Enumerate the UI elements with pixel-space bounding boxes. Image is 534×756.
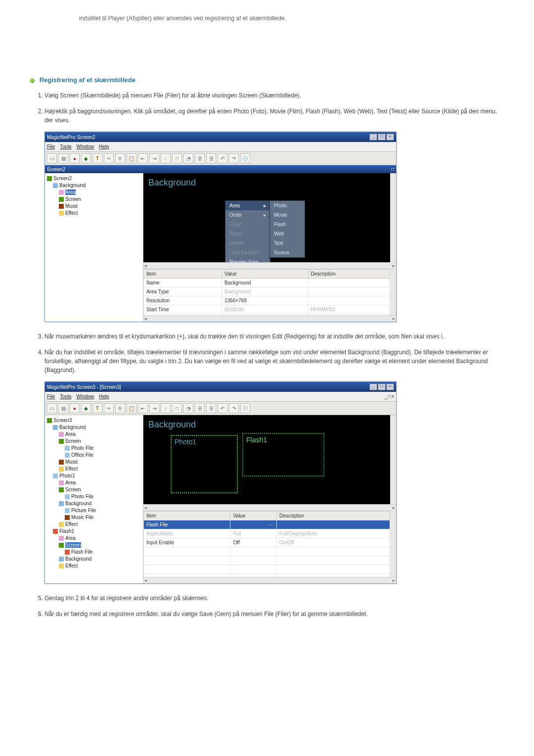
screen-icon [59,439,64,444]
col-desc: Description [276,512,390,520]
toolbar-icon[interactable]: ↶ [218,403,227,413]
ctx-item-copy: Copy [225,220,270,229]
properties-table: Item Value Description NameBackground Ar… [143,269,396,315]
ctx-sub-movie[interactable]: Movie [270,210,305,220]
toolbar-icon[interactable]: 📋 [127,403,136,413]
section-heading: Registrering af et skærmbillede [30,76,504,84]
toolbar-icon[interactable]: ☰ [195,403,205,413]
preview-bg-label: Background [148,176,196,189]
h-scrollbar[interactable] [143,315,396,322]
mdi-close-button[interactable]: × [391,393,394,400]
toolbar-icon[interactable]: T [92,153,102,163]
ctx-sub-web[interactable]: Web [270,229,305,238]
menu-file[interactable]: File [47,393,55,400]
step-6: Når du er færdig med at registrere områd… [44,610,504,618]
music-icon [65,515,70,520]
background-icon [59,557,64,562]
toolbar-icon[interactable]: 📋 [127,153,136,163]
ctx-sub-source[interactable]: Source [270,248,305,257]
toolbar-icon[interactable]: ⇤ [138,403,148,413]
ctx-sub-text[interactable]: Text [270,238,305,248]
area-icon [59,536,64,541]
toolbar-icon[interactable]: ☰ [195,153,205,163]
menu-tools[interactable]: Tools [60,393,71,400]
preview-slot-flash[interactable]: Flash1 [242,433,324,476]
mdi-minimize-button[interactable]: _ [385,393,388,400]
toolbar-icon[interactable]: ⇤ [138,153,148,163]
background-icon [59,501,64,506]
tree-node-screen[interactable]: Screen [65,542,81,548]
col-value: Value [222,270,308,279]
mdi-max-button[interactable]: □ [388,393,391,400]
toolbar-icon[interactable]: ☰ [206,403,216,413]
tree-view[interactable]: Screen2 Background Area Screen Music Eff… [45,173,143,322]
toolbar-icon[interactable]: ✂ [104,403,114,413]
menu-window[interactable]: Window [76,143,94,150]
area-icon [59,432,64,437]
col-value: Value [230,512,277,520]
screen-icon [59,543,64,548]
toolbar-icon[interactable]: □ [172,153,182,163]
close-button[interactable]: × [386,134,394,141]
ctx-item-paste: Paste [225,229,270,238]
toolbar-icon[interactable]: ⇥ [149,403,159,413]
toolbar-icon[interactable]: T [92,403,102,413]
toolbar-icon[interactable]: ● [70,403,80,413]
toolbar-icon[interactable]: ⎘ [115,153,125,163]
step-4: Når du har indstillet et område, tilføje… [44,348,504,584]
music-icon [59,460,64,465]
toolbar-icon[interactable]: ↕ [161,403,171,413]
toolbar-icon[interactable]: ▤ [58,403,68,413]
toolbar-icon[interactable]: ⎘ [115,403,125,413]
preview-area[interactable]: Background Photo1 Flash1 [143,415,396,504]
toolbar-icon[interactable]: ⓘ [240,153,250,163]
toolbar-icon[interactable]: ◆ [81,153,91,163]
toolbar-icon[interactable]: ↷ [229,153,239,163]
toolbar-icon[interactable]: ☰ [206,153,216,163]
toolbar-icon[interactable]: ✂ [104,153,114,163]
toolbar-icon[interactable]: ↷ [229,403,239,413]
menu-tools[interactable]: Tools [60,143,71,150]
step-3: Når musemarkøren ændres til et krydsmark… [44,332,504,341]
minimize-button[interactable]: _ [369,134,377,141]
mdi-maximize-button[interactable]: □ [391,166,394,173]
ctx-item-area[interactable]: Area▸ [225,201,270,210]
maximize-button[interactable]: □ [378,383,386,390]
toolbar-icon[interactable]: ● [70,153,80,163]
screen-icon [59,487,64,492]
toolbar-icon[interactable]: ⓘ [240,403,250,413]
ctx-sub-flash[interactable]: Flash [270,220,305,229]
toolbar-icon[interactable]: ◔ [183,153,193,163]
toolbar-icon[interactable]: ↕ [161,153,171,163]
toolbar-icon[interactable]: ◔ [183,403,193,413]
ctx-item-preview[interactable]: Preview Area [225,257,270,262]
toolbar-icon[interactable]: ⇥ [149,153,159,163]
close-button[interactable]: × [386,383,394,390]
menubar: File Tools Window Help _ □ × [45,392,396,402]
h-scrollbar[interactable] [143,504,396,511]
ctx-item-order[interactable]: Order▸ [225,210,270,220]
h-scrollbar[interactable] [143,577,396,583]
toolbar-icon[interactable]: ↶ [218,153,227,163]
menu-file[interactable]: File [47,143,55,150]
menu-window[interactable]: Window [76,393,94,400]
minimize-button[interactable]: _ [369,383,377,390]
h-scrollbar[interactable] [143,262,396,269]
maximize-button[interactable]: □ [378,134,386,141]
mdi-minimize-button[interactable]: _ [391,158,394,166]
toolbar-icon[interactable]: □ [172,403,182,413]
menu-help[interactable]: Help [99,393,109,400]
tree-node-area[interactable]: Area [65,189,76,195]
tree-view[interactable]: Screen3 Background Area Screen Photo Fil… [45,415,143,583]
preview-slot-photo[interactable]: Photo1 [171,435,238,493]
toolbar-icon[interactable]: ▭ [47,153,57,163]
ctx-sub-photo[interactable]: Photo [270,201,305,210]
menu-help[interactable]: Help [99,143,109,150]
toolbar-icon[interactable]: ▤ [58,153,68,163]
preview-area[interactable]: Background Area▸ Order▸ Copy Paste Delet… [143,173,396,262]
titlebar: MagicNetPro Screen3 - [Screen3] _ □ × [45,382,396,392]
app-title: MagicNetPro Screen3 - [Screen3] [47,383,121,391]
toolbar-icon[interactable]: ◆ [81,403,91,413]
effect-icon [59,467,64,472]
toolbar-icon[interactable]: ▭ [47,403,57,413]
